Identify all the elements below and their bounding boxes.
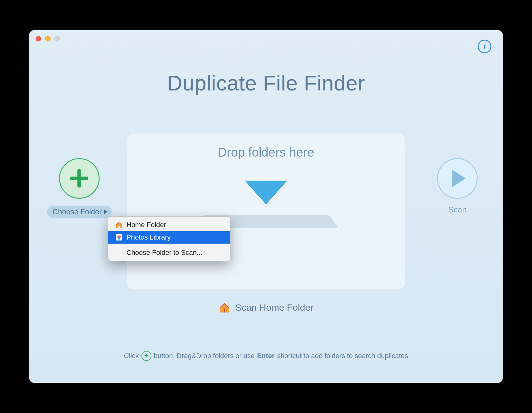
menu-separator — [108, 245, 230, 245]
plus-icon — [70, 169, 88, 187]
menu-item-photos-library[interactable]: Photos Library — [108, 231, 230, 244]
app-title: Duplicate File Finder — [29, 71, 503, 95]
chevron-right-icon — [104, 210, 107, 214]
zoom-window-button[interactable] — [54, 36, 60, 41]
down-arrow-icon — [245, 181, 287, 204]
minimize-window-button[interactable] — [45, 36, 51, 41]
home-icon — [219, 302, 230, 313]
scan-button-label: Scan — [448, 205, 466, 215]
choose-folder-button[interactable]: Choose Folder — [47, 206, 111, 218]
menu-item-label: Home Folder — [126, 221, 166, 229]
menu-item-label: Photos Library — [126, 233, 171, 241]
svg-rect-0 — [224, 309, 225, 313]
menu-item-home-folder[interactable]: Home Folder — [108, 219, 230, 231]
choose-folder-menu: Home Folder Photos Library Choose Folder… — [108, 216, 230, 261]
svg-point-4 — [118, 237, 120, 240]
play-icon — [452, 170, 466, 187]
window-controls — [36, 36, 60, 41]
choose-folder-label: Choose Folder — [52, 207, 101, 216]
scan-home-folder-button[interactable]: Scan Home Folder — [219, 302, 313, 313]
photos-icon — [115, 234, 123, 241]
drop-zone-label: Drop folders here — [218, 145, 314, 159]
info-icon: i — [483, 42, 485, 51]
plus-icon-small: + — [141, 351, 151, 361]
add-folder-column: Choose Folder — [48, 158, 111, 218]
scan-home-folder-label: Scan Home Folder — [235, 302, 313, 313]
info-button[interactable]: i — [478, 40, 491, 53]
add-folder-button[interactable] — [59, 158, 100, 199]
menu-item-choose-folder[interactable]: Choose Folder to Scan... — [108, 246, 230, 259]
home-icon — [115, 221, 123, 229]
hint-text: Click + button, Drag&Drop folders or use… — [124, 351, 408, 361]
drop-zone[interactable]: Drop folders here — [127, 133, 405, 290]
scan-button[interactable] — [437, 158, 478, 199]
close-window-button[interactable] — [36, 36, 41, 41]
menu-item-label: Choose Folder to Scan... — [126, 249, 202, 257]
scan-column: Scan — [431, 158, 484, 215]
app-window: i Duplicate File Finder Drop folders her… — [29, 30, 503, 383]
